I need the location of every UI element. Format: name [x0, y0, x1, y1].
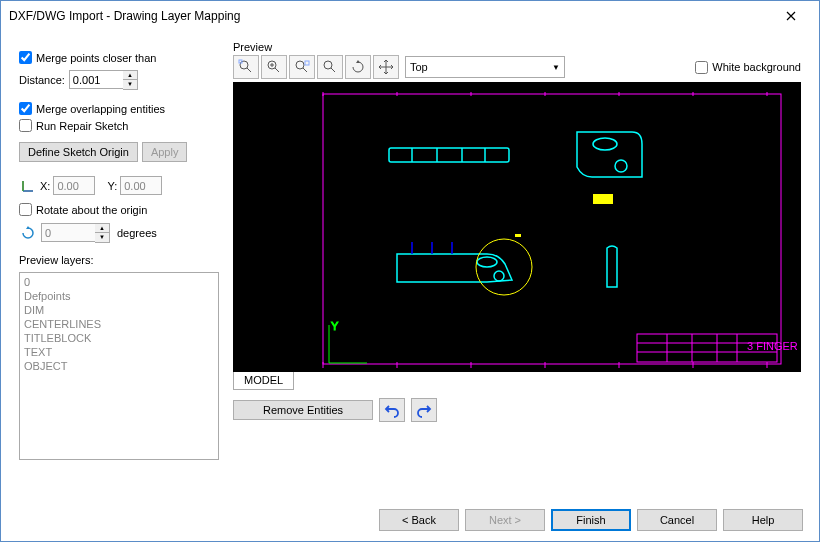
- chevron-down-icon: ▼: [552, 63, 560, 72]
- origin-icon: [19, 177, 37, 195]
- svg-text:Y: Y: [331, 320, 339, 332]
- zoom-area-button[interactable]: [261, 55, 287, 79]
- svg-point-3: [296, 61, 304, 69]
- svg-point-38: [615, 160, 627, 172]
- pan-button[interactable]: [373, 55, 399, 79]
- preview-panel: Preview Top ▼ White background: [233, 41, 801, 491]
- merge-overlap-label: Merge overlapping entities: [36, 103, 165, 115]
- run-repair-label: Run Repair Sketch: [36, 120, 128, 132]
- close-button[interactable]: [771, 2, 811, 30]
- zoom-in-button[interactable]: [289, 55, 315, 79]
- svg-rect-1: [239, 60, 242, 63]
- zoom-out-button[interactable]: [317, 55, 343, 79]
- window-title: DXF/DWG Import - Drawing Layer Mapping: [9, 9, 771, 23]
- x-label: X:: [40, 180, 50, 192]
- svg-point-41: [477, 257, 497, 267]
- svg-point-5: [324, 61, 332, 69]
- distance-spinner[interactable]: ▲ ▼: [69, 70, 141, 90]
- preview-toolbar: Top ▼ White background: [233, 55, 801, 79]
- list-item[interactable]: CENTERLINES: [24, 317, 214, 331]
- distance-input[interactable]: [69, 70, 124, 89]
- svg-point-0: [240, 61, 248, 69]
- list-item[interactable]: TEXT: [24, 345, 214, 359]
- remove-entities-button[interactable]: Remove Entities: [233, 400, 373, 420]
- distance-down[interactable]: ▼: [123, 80, 137, 89]
- svg-rect-6: [323, 94, 781, 364]
- cancel-button[interactable]: Cancel: [637, 509, 717, 531]
- svg-rect-4: [305, 61, 309, 65]
- undo-icon: [384, 402, 400, 418]
- run-repair-checkbox[interactable]: Run Repair Sketch: [19, 119, 219, 132]
- rotate-icon: [19, 224, 37, 242]
- angle-down[interactable]: ▼: [95, 233, 109, 242]
- white-bg-input[interactable]: [695, 61, 708, 74]
- rotate-view-button[interactable]: [345, 55, 371, 79]
- rotate-label: Rotate about the origin: [36, 204, 147, 216]
- rotate-view-icon: [350, 59, 366, 75]
- svg-text:3 FINGER JAW: 3 FINGER JAW: [747, 340, 801, 352]
- options-panel: Merge points closer than Distance: ▲ ▼ M…: [19, 41, 219, 491]
- white-bg-label: White background: [712, 61, 801, 73]
- wizard-footer: < Back Next > Finish Cancel Help: [379, 509, 803, 531]
- finish-button[interactable]: Finish: [551, 509, 631, 531]
- angle-up[interactable]: ▲: [95, 224, 109, 233]
- list-item[interactable]: TITLEBLOCK: [24, 331, 214, 345]
- pan-icon: [378, 59, 394, 75]
- rotate-input[interactable]: [19, 203, 32, 216]
- y-label: Y:: [107, 180, 117, 192]
- svg-rect-39: [593, 194, 613, 204]
- view-select-value: Top: [410, 61, 428, 73]
- list-item[interactable]: OBJECT: [24, 359, 214, 373]
- zoom-in-icon: [294, 59, 310, 75]
- next-button: Next >: [465, 509, 545, 531]
- degrees-label: degrees: [117, 227, 157, 239]
- preview-label: Preview: [233, 41, 801, 53]
- merge-points-input[interactable]: [19, 51, 32, 64]
- zoom-fit-button[interactable]: [233, 55, 259, 79]
- run-repair-input[interactable]: [19, 119, 32, 132]
- svg-point-37: [593, 138, 617, 150]
- merge-points-checkbox[interactable]: Merge points closer than: [19, 51, 219, 64]
- view-select[interactable]: Top ▼: [405, 56, 565, 78]
- zoom-area-icon: [266, 59, 282, 75]
- back-button[interactable]: < Back: [379, 509, 459, 531]
- redo-icon: [416, 402, 432, 418]
- merge-overlap-checkbox[interactable]: Merge overlapping entities: [19, 102, 219, 115]
- svg-rect-32: [389, 148, 509, 162]
- list-item[interactable]: 0: [24, 275, 214, 289]
- list-item[interactable]: DIM: [24, 303, 214, 317]
- close-icon: [786, 11, 796, 21]
- y-input[interactable]: [120, 176, 162, 195]
- preview-canvas[interactable]: 3 FINGER JAW Y: [233, 82, 801, 372]
- white-bg-checkbox[interactable]: White background: [695, 61, 801, 74]
- zoom-fit-icon: [238, 59, 254, 75]
- svg-rect-40: [515, 234, 521, 237]
- preview-layers-label: Preview layers:: [19, 254, 219, 266]
- define-origin-button[interactable]: Define Sketch Origin: [19, 142, 138, 162]
- svg-point-42: [494, 271, 504, 281]
- x-input[interactable]: [53, 176, 95, 195]
- list-item[interactable]: Defpoints: [24, 289, 214, 303]
- titlebar: DXF/DWG Import - Drawing Layer Mapping: [1, 1, 819, 31]
- undo-button[interactable]: [379, 398, 405, 422]
- rotate-checkbox[interactable]: Rotate about the origin: [19, 203, 219, 216]
- merge-overlap-input[interactable]: [19, 102, 32, 115]
- distance-up[interactable]: ▲: [123, 71, 137, 80]
- apply-button: Apply: [142, 142, 188, 162]
- drawing-preview: 3 FINGER JAW Y: [233, 82, 801, 372]
- angle-input[interactable]: [41, 223, 96, 242]
- merge-points-label: Merge points closer than: [36, 52, 156, 64]
- help-button[interactable]: Help: [723, 509, 803, 531]
- distance-label: Distance:: [19, 74, 65, 86]
- redo-button[interactable]: [411, 398, 437, 422]
- dialog-window: DXF/DWG Import - Drawing Layer Mapping M…: [0, 0, 820, 542]
- zoom-out-icon: [322, 59, 338, 75]
- tab-model[interactable]: MODEL: [233, 371, 294, 390]
- angle-spinner[interactable]: ▲ ▼: [41, 223, 113, 243]
- layers-listbox[interactable]: 0 Defpoints DIM CENTERLINES TITLEBLOCK T…: [19, 272, 219, 460]
